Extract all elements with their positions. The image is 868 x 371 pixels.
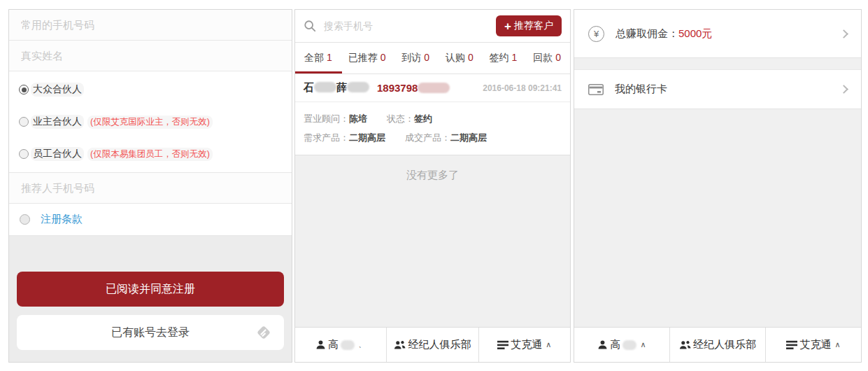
- customer-phone: 1893798: [377, 82, 450, 94]
- realname-input[interactable]: [20, 49, 281, 62]
- radio-label: 业主合伙人: [31, 115, 84, 129]
- tab-count: 0: [555, 52, 561, 63]
- list-lines-icon: [497, 340, 508, 350]
- radio-selected-icon[interactable]: [19, 85, 29, 94]
- customer-list-item[interactable]: 石薛 1893798 2016-06-18 09:21:41 置业顾问：陈培状态…: [295, 74, 570, 155]
- tab-label: 回款: [533, 52, 553, 63]
- partner-type-group: 大众合伙人 业主合伙人 (仅限艾克国际业主，否则无效) 员工合伙人 (仅限本易集…: [9, 71, 292, 173]
- status-value: 签约: [414, 113, 432, 124]
- search-bar: + 推荐客户: [295, 10, 570, 43]
- register-button[interactable]: 已阅读并同意注册: [17, 272, 284, 307]
- tab-count: 0: [468, 52, 474, 63]
- customer-surname: 石: [304, 81, 314, 93]
- bank-card-label: 我的银行卡: [615, 83, 667, 96]
- caret-icon: 、: [358, 340, 366, 350]
- go-login-diamond-icon: [253, 322, 274, 343]
- privacy-blur: [341, 340, 355, 350]
- tab-signed[interactable]: 签约1: [490, 52, 518, 64]
- tabbar-item-app-menu[interactable]: 艾克通 ∧: [765, 328, 861, 362]
- search-input[interactable]: [322, 20, 496, 32]
- phone-field-row: [9, 10, 292, 41]
- yen-circle-icon: ¥: [588, 26, 604, 42]
- bank-card-row[interactable]: 我的银行卡: [574, 69, 861, 109]
- search-icon: [304, 20, 316, 32]
- deal-label: 成交产品：: [405, 132, 450, 143]
- tab-label: 到访: [401, 52, 421, 63]
- demand-value: 二期高层: [349, 132, 385, 143]
- terms-radio[interactable]: [20, 214, 30, 225]
- group-icon: [394, 340, 406, 350]
- tabbar-club-label: 经纪人俱乐部: [408, 338, 471, 351]
- radio-icon[interactable]: [19, 117, 29, 127]
- tabbar-item-app-menu[interactable]: 艾克通 ∧: [478, 328, 570, 362]
- radio-label: 员工合伙人: [31, 147, 84, 161]
- commission-label: 总赚取佣金：5000元: [616, 27, 712, 41]
- recommend-customer-button[interactable]: + 推荐客户: [496, 15, 562, 36]
- radio-icon[interactable]: [19, 149, 29, 159]
- tabbar-item-profile[interactable]: 高 ∧: [574, 328, 669, 362]
- tabbar-club-label: 经纪人俱乐部: [693, 338, 756, 351]
- tab-visited[interactable]: 到访0: [401, 52, 429, 64]
- register-panel: 大众合伙人 业主合伙人 (仅限艾克国际业主，否则无效) 员工合伙人 (仅限本易集…: [8, 9, 292, 363]
- tab-count: 1: [512, 52, 518, 63]
- tabbar-app-label: 艾克通: [511, 338, 542, 351]
- login-button[interactable]: 已有账号去登录: [17, 315, 284, 350]
- person-icon: [315, 340, 326, 350]
- commission-row[interactable]: ¥ 总赚取佣金：5000元: [574, 10, 861, 58]
- customer-details: 置业顾问：陈培状态：签约 需求产品：二期高层成交产品：二期高层: [295, 102, 570, 155]
- list-lines-icon: [786, 340, 797, 350]
- privacy-blur: [347, 82, 369, 92]
- radio-row-owner-partner[interactable]: 业主合伙人 (仅限艾克国际业主，否则无效): [9, 106, 292, 138]
- bank-card-icon: [588, 84, 604, 95]
- terms-link[interactable]: 注册条款: [41, 213, 83, 226]
- tabbar-item-broker-club[interactable]: 经纪人俱乐部: [386, 328, 478, 362]
- customer-timestamp: 2016-06-18 09:21:41: [483, 83, 562, 93]
- tab-subscribed[interactable]: 认购0: [446, 52, 474, 64]
- privacy-blur: [418, 83, 450, 93]
- realname-field-row: [9, 41, 292, 71]
- referrer-phone-input[interactable]: [20, 181, 281, 195]
- tab-repaid[interactable]: 回款0: [533, 52, 561, 64]
- customer-surname: 薛: [336, 81, 347, 93]
- tabbar-item-broker-club[interactable]: 经纪人俱乐部: [669, 328, 765, 362]
- advisor-value: 陈培: [349, 113, 367, 124]
- chevron-right-icon: [839, 29, 848, 38]
- radio-row-public-partner[interactable]: 大众合伙人: [9, 74, 292, 106]
- tab-count: 0: [380, 52, 386, 63]
- tab-label: 认购: [446, 52, 465, 63]
- detail-line: 置业顾问：陈培状态：签约: [304, 113, 562, 125]
- tab-count: 0: [424, 52, 429, 63]
- tabbar-app-label: 艾克通: [799, 338, 831, 351]
- detail-line: 需求产品：二期高层成交产品：二期高层: [304, 132, 562, 144]
- plus-icon: +: [504, 20, 511, 32]
- customer-name: 石薛: [304, 81, 369, 94]
- status-filter-tabs: 全部1 已推荐0 到访0 认购0 签约1 回款0: [295, 43, 570, 74]
- privacy-blur: [314, 82, 336, 92]
- customer-list-panel: + 推荐客户 全部1 已推荐0 到访0 认购0 签约1 回款0 石薛: [294, 9, 571, 363]
- chevron-right-icon: [839, 85, 848, 94]
- person-icon: [597, 340, 608, 350]
- login-button-label: 已有账号去登录: [111, 326, 190, 340]
- group-icon: [679, 340, 691, 350]
- tab-label: 签约: [490, 52, 509, 63]
- bottom-tabbar: 高 、 经纪人俱乐部 艾克通 ∧: [295, 327, 570, 362]
- tabbar-item-profile[interactable]: 高 、: [295, 328, 386, 362]
- radio-note: (仅限艾克国际业主，否则无效): [87, 115, 213, 129]
- privacy-blur: [622, 340, 636, 350]
- phone-prefix: 1893798: [377, 82, 418, 94]
- radio-row-staff-partner[interactable]: 员工合伙人 (仅限本易集团员工，否则无效): [9, 138, 292, 170]
- radio-label: 大众合伙人: [31, 83, 84, 97]
- tab-recommended[interactable]: 已推荐0: [348, 52, 386, 64]
- commission-label-text: 总赚取佣金：: [616, 27, 678, 39]
- tab-count: 1: [327, 52, 332, 63]
- tab-all[interactable]: 全部1: [304, 52, 332, 64]
- commission-value: 5000元: [678, 27, 712, 39]
- referrer-field-row: [9, 173, 292, 204]
- phone-input[interactable]: [20, 18, 281, 31]
- advisor-label: 置业顾问：: [304, 113, 349, 124]
- deal-value: 二期高层: [450, 132, 487, 143]
- status-label: 状态：: [387, 113, 414, 124]
- account-panel: ¥ 总赚取佣金：5000元 我的银行卡 高 ∧: [574, 9, 862, 363]
- tabbar-user-label: 高: [328, 338, 339, 351]
- terms-row: 注册条款: [9, 204, 292, 236]
